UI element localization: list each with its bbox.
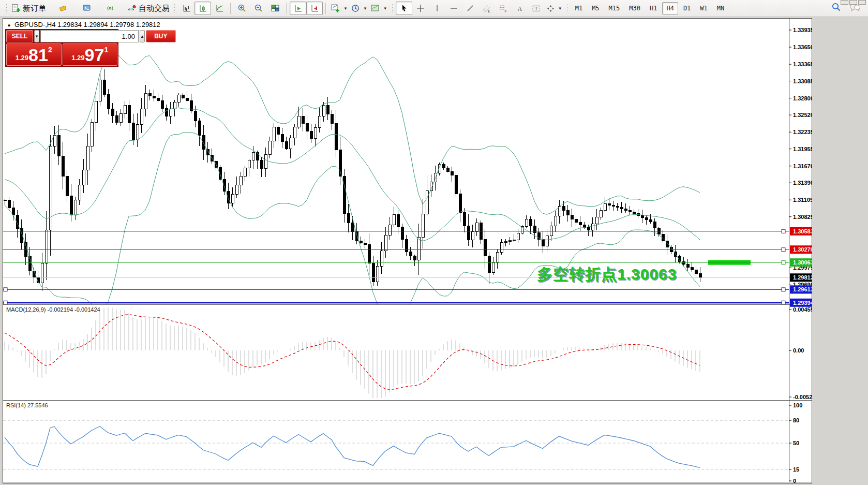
sell-price-box[interactable]: 1.29 81 2 bbox=[6, 43, 62, 66]
channel-tool-button[interactable]: E bbox=[478, 2, 495, 15]
buy-price-box[interactable]: 1.29 97 1 bbox=[63, 43, 118, 66]
axis-tick-label: 1.31955 bbox=[793, 146, 812, 152]
new-chart-button[interactable]: ▼ bbox=[329, 2, 349, 15]
signals-button[interactable] bbox=[102, 2, 119, 15]
svg-text:E: E bbox=[488, 9, 490, 12]
tile-windows-icon bbox=[271, 4, 280, 13]
dropdown-caret: ▼ bbox=[383, 6, 387, 11]
toolbar-separator bbox=[325, 3, 326, 14]
zoom-out-icon bbox=[254, 4, 263, 13]
templates-button[interactable]: ▼ bbox=[369, 2, 389, 15]
vertical-line-tool-button[interactable] bbox=[429, 2, 445, 15]
timeframe-MN[interactable]: MN bbox=[713, 2, 728, 14]
signal-antenna-icon bbox=[106, 4, 115, 13]
sell-button[interactable]: SELL bbox=[6, 30, 33, 42]
candlestick-chart-icon bbox=[199, 4, 207, 13]
dropdown-caret: ▼ bbox=[343, 6, 348, 11]
trendline-tool-button[interactable] bbox=[462, 2, 478, 15]
timeframe-D1[interactable]: D1 bbox=[679, 2, 695, 14]
fibonacci-tool-button[interactable]: F bbox=[495, 2, 512, 15]
template-icon bbox=[370, 4, 380, 13]
periods-button[interactable]: ▼ bbox=[349, 2, 369, 15]
cursor-tool-button[interactable] bbox=[396, 2, 412, 15]
text-tool-button[interactable]: A bbox=[512, 2, 528, 15]
toolbar-drag-handle bbox=[5, 3, 8, 13]
axis-tick-label: 1.33650 bbox=[793, 44, 812, 50]
rsi-axis-label: 0 bbox=[793, 478, 796, 483]
price-level-label: 1.29812 bbox=[793, 274, 812, 281]
autotrading-label: 自动交易 bbox=[139, 4, 170, 13]
crosshair-tool-button[interactable] bbox=[412, 2, 429, 15]
chart-header: ▲ GBPUSD-,H4 1.29834 1.29894 1.29798 1.2… bbox=[7, 21, 160, 28]
text-label-tool-button[interactable]: T bbox=[528, 2, 545, 15]
window-restore-button[interactable] bbox=[849, 0, 857, 5]
chart-canvas[interactable]: 1.339351.336501.333651.330851.328001.325… bbox=[3, 19, 812, 483]
new-order-button[interactable]: 新订单 bbox=[10, 2, 48, 15]
timeframe-M15[interactable]: M15 bbox=[605, 2, 624, 14]
crosshair-icon bbox=[416, 4, 425, 12]
search-icon[interactable] bbox=[831, 2, 841, 12]
window-close-button[interactable] bbox=[858, 0, 866, 5]
toolbar-drag-handle bbox=[566, 3, 568, 13]
equidistant-channel-icon: E bbox=[482, 4, 491, 13]
axis-tick-label: 1.30825 bbox=[793, 214, 812, 220]
axis-tick-label: 1.31390 bbox=[793, 180, 812, 186]
zoom-out-button[interactable] bbox=[250, 2, 267, 15]
toolbar-separator bbox=[286, 3, 287, 14]
metaeditor-button[interactable] bbox=[79, 2, 95, 15]
tile-windows-button[interactable] bbox=[267, 2, 283, 15]
svg-text:A: A bbox=[517, 5, 522, 12]
volume-input[interactable] bbox=[40, 30, 139, 42]
rsi-axis-label: 50 bbox=[793, 440, 799, 446]
metaeditor-icon bbox=[82, 4, 92, 13]
history-center-button[interactable] bbox=[55, 2, 71, 15]
volume-increase-button[interactable]: ▲ bbox=[140, 30, 145, 42]
clock-icon bbox=[351, 4, 360, 13]
chart-annotation-text: 多空转折点1.30063 bbox=[537, 264, 677, 285]
rsi-axis-label: 15 bbox=[793, 466, 799, 473]
rsi-axis-label: 100 bbox=[793, 402, 802, 408]
timeframe-group: M1M5M15M30H1H4D1W1MN bbox=[571, 2, 729, 14]
timeframe-M30[interactable]: M30 bbox=[625, 2, 645, 14]
autotrading-button[interactable]: 自动交易 bbox=[125, 2, 171, 15]
horizontal-line-icon bbox=[450, 4, 458, 12]
macd-axis-label: 0.00 bbox=[793, 347, 804, 354]
price-level-label: 1.30278 bbox=[793, 246, 812, 253]
main-toolbar: 新订单 自动交易 bbox=[0, 0, 868, 17]
symbol-collapse-arrow[interactable]: ▲ bbox=[7, 22, 11, 27]
horizontal-line-tool-button[interactable] bbox=[445, 2, 462, 15]
price-level-label: 1.29613 bbox=[793, 286, 812, 292]
zoom-in-button[interactable] bbox=[234, 2, 250, 15]
timeframe-H4[interactable]: H4 bbox=[662, 2, 678, 14]
bar-chart-button[interactable] bbox=[178, 2, 194, 15]
candlestick-chart-button[interactable] bbox=[194, 2, 211, 15]
axis-tick-label: 1.33365 bbox=[793, 61, 812, 67]
bollinger-upper-band bbox=[5, 51, 700, 214]
new-chart-icon bbox=[331, 4, 340, 13]
vertical-line-icon bbox=[433, 4, 441, 12]
timeframe-W1[interactable]: W1 bbox=[696, 2, 711, 14]
autotrading-robot-icon bbox=[127, 4, 137, 13]
fibonacci-icon: F bbox=[499, 4, 507, 13]
rsi-axis-label: 80 bbox=[793, 417, 799, 423]
rsi-pane bbox=[3, 420, 789, 469]
svg-text:T: T bbox=[535, 6, 538, 11]
window-minimize-button[interactable] bbox=[841, 0, 848, 5]
axis-tick-label: 1.31670 bbox=[793, 163, 812, 169]
macd-axis-label: 0.004551 bbox=[793, 306, 812, 313]
line-chart-button[interactable] bbox=[211, 2, 228, 15]
arrow-objects-button[interactable]: ▼ bbox=[545, 2, 564, 15]
auto-scroll-button[interactable] bbox=[290, 2, 306, 15]
dropdown-caret: ▼ bbox=[363, 6, 367, 11]
text-icon: A bbox=[516, 4, 524, 12]
timeframe-M1[interactable]: M1 bbox=[571, 2, 587, 14]
sell-price-big: 81 bbox=[28, 46, 48, 64]
buy-button[interactable]: BUY bbox=[146, 30, 176, 42]
text-label-icon: T bbox=[532, 4, 541, 13]
toolbar-drag-handle bbox=[173, 3, 176, 13]
timeframe-M5[interactable]: M5 bbox=[588, 2, 603, 14]
timeframe-H1[interactable]: H1 bbox=[646, 2, 661, 14]
axis-tick-label: 1.32800 bbox=[793, 95, 812, 101]
volume-decrease-button[interactable]: ▼ bbox=[34, 30, 39, 42]
chart-shift-button[interactable] bbox=[306, 2, 323, 15]
